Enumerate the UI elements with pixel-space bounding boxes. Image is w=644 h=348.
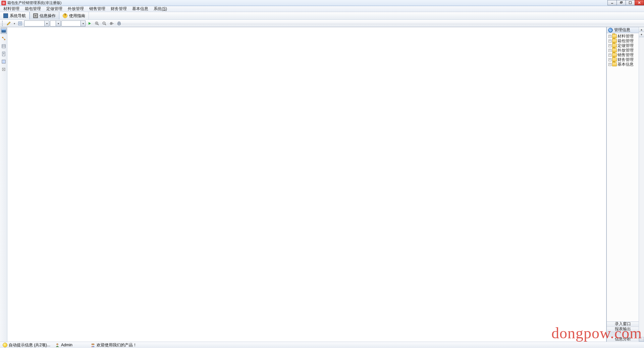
left-tab-window[interactable] bbox=[1, 28, 7, 34]
folder-icon bbox=[612, 48, 617, 52]
tool-system-nav[interactable]: 系统导航 bbox=[0, 12, 30, 19]
chevron-down-icon: ▾ bbox=[80, 21, 85, 26]
window-title: 箱包生产经销管理系统(非注册版) bbox=[7, 0, 61, 5]
tool-system-nav-label: 系统导航 bbox=[10, 13, 26, 19]
expand-icon[interactable]: + bbox=[608, 54, 611, 57]
right-panel-header[interactable]: 管理信息 bbox=[607, 27, 639, 33]
tool-help-guide[interactable]: 使用指南 bbox=[59, 12, 89, 19]
back-icon bbox=[608, 28, 613, 32]
expand-icon[interactable]: + bbox=[608, 49, 611, 52]
menu-finance[interactable]: 财务管理 bbox=[108, 6, 129, 12]
tool-info-ops[interactable]: 信息操作 bbox=[30, 12, 59, 19]
grid-icon bbox=[33, 13, 38, 18]
svg-point-40 bbox=[93, 344, 94, 345]
menu-luggage[interactable]: 箱包管理 bbox=[22, 6, 44, 12]
print-icon[interactable] bbox=[116, 21, 122, 26]
menu-system-close: ) bbox=[166, 6, 167, 11]
workspace bbox=[7, 27, 606, 342]
status-auto-tips[interactable]: 自动提示信息 (共2项)... bbox=[1, 342, 52, 348]
menu-bar: 材料管理 箱包管理 定做管理 外放管理 销售管理 财务管理 基本信息 系统(S) bbox=[0, 6, 644, 12]
svg-point-38 bbox=[57, 344, 58, 345]
folder-icon bbox=[612, 44, 617, 48]
svg-rect-19 bbox=[118, 24, 120, 25]
lightbulb-icon bbox=[3, 343, 7, 347]
expand-icon[interactable]: + bbox=[608, 63, 611, 66]
chevron-down-icon: ▾ bbox=[44, 21, 49, 26]
right-panel: 管理信息 +材料管理 +箱包管理 +定做管理 +外放管理 +销售管理 +财务管理… bbox=[606, 27, 639, 342]
tool-info-ops-label: 信息操作 bbox=[40, 13, 56, 19]
left-tab-list[interactable] bbox=[1, 43, 7, 49]
management-tree: +材料管理 +箱包管理 +定做管理 +外放管理 +销售管理 +财务管理 +基本信… bbox=[607, 33, 639, 322]
main-area: 管理信息 +材料管理 +箱包管理 +定做管理 +外放管理 +销售管理 +财务管理… bbox=[0, 27, 644, 342]
expand-icon[interactable]: + bbox=[608, 44, 611, 47]
menu-system-key: S bbox=[163, 6, 166, 11]
scroll-down-icon[interactable]: ▼ bbox=[639, 32, 644, 37]
svg-point-39 bbox=[92, 344, 93, 345]
tool-help-guide-label: 使用指南 bbox=[69, 13, 85, 19]
folder-icon bbox=[612, 39, 617, 43]
toolbar-grip[interactable] bbox=[2, 21, 3, 26]
zoom-in-icon[interactable] bbox=[94, 21, 100, 26]
svg-rect-32 bbox=[2, 60, 5, 63]
close-button[interactable] bbox=[635, 0, 644, 5]
window-icon bbox=[3, 13, 8, 18]
maximize-button[interactable] bbox=[626, 0, 635, 5]
zoom-out-icon[interactable] bbox=[102, 21, 107, 26]
combo-operator[interactable]: ▾ bbox=[50, 20, 61, 26]
left-tab-doc[interactable] bbox=[1, 51, 7, 57]
scroll-up-icon[interactable]: ▲ bbox=[639, 27, 644, 32]
menu-custom[interactable]: 定做管理 bbox=[44, 6, 65, 12]
edit-icon[interactable] bbox=[6, 21, 11, 26]
stack-input-window[interactable]: 录入窗口 bbox=[607, 322, 639, 327]
svg-point-23 bbox=[4, 39, 5, 40]
svg-rect-6 bbox=[18, 22, 22, 25]
user-icon bbox=[55, 343, 60, 347]
left-tab-strip bbox=[0, 27, 7, 342]
svg-point-22 bbox=[2, 37, 3, 38]
stack-spacer bbox=[607, 332, 639, 337]
status-welcome: 欢迎使用我们的产品！ bbox=[89, 342, 138, 348]
left-tab-design[interactable] bbox=[1, 66, 7, 72]
minimize-button[interactable] bbox=[607, 0, 617, 5]
menu-system[interactable]: 系统(S) bbox=[151, 6, 170, 12]
left-tab-form[interactable] bbox=[1, 59, 7, 65]
left-tab-relation[interactable] bbox=[1, 36, 7, 42]
svg-rect-33 bbox=[3, 61, 5, 61]
menu-outsource[interactable]: 外放管理 bbox=[65, 6, 87, 12]
combo-category[interactable]: ▾ bbox=[24, 20, 49, 26]
folder-icon bbox=[612, 34, 617, 38]
status-user-label: Admin bbox=[61, 343, 72, 347]
svg-line-9 bbox=[98, 24, 99, 25]
expand-icon[interactable]: + bbox=[608, 40, 611, 43]
chevron-down-icon: ▾ bbox=[56, 21, 60, 26]
users-icon bbox=[91, 343, 95, 347]
svg-rect-3 bbox=[629, 2, 632, 4]
right-scrollbar[interactable]: ▲ ▼ bbox=[639, 27, 644, 342]
restore-button[interactable] bbox=[616, 0, 626, 5]
stack-info-analysis[interactable]: 信息分析 bbox=[607, 337, 639, 342]
folder-icon bbox=[612, 62, 617, 66]
status-user[interactable]: Admin bbox=[54, 343, 74, 347]
right-panel-wrap: 管理信息 +材料管理 +箱包管理 +定做管理 +外放管理 +销售管理 +财务管理… bbox=[606, 27, 644, 342]
expand-icon[interactable]: + bbox=[608, 58, 611, 61]
title-bar: D 箱包生产经销管理系统(非注册版) bbox=[0, 0, 644, 6]
svg-rect-21 bbox=[2, 29, 6, 30]
scroll-thumb[interactable] bbox=[639, 337, 644, 342]
edit-dropdown[interactable]: ▾ bbox=[13, 21, 16, 26]
menu-materials[interactable]: 材料管理 bbox=[1, 6, 22, 12]
menu-basic[interactable]: 基本信息 bbox=[129, 6, 151, 12]
svg-rect-18 bbox=[118, 22, 120, 23]
strike-icon[interactable]: S bbox=[109, 21, 114, 26]
menu-sales[interactable]: 销售管理 bbox=[87, 6, 108, 12]
expand-icon[interactable]: + bbox=[608, 35, 611, 38]
search-toolbar: ▾ ▾ ▾ ▾ S bbox=[0, 20, 644, 27]
tree-item-basic[interactable]: +基本信息 bbox=[607, 62, 638, 67]
svg-rect-28 bbox=[2, 52, 5, 56]
preview-icon[interactable] bbox=[17, 21, 23, 26]
combo-search[interactable]: ▾ bbox=[61, 20, 86, 26]
run-icon[interactable] bbox=[87, 21, 92, 26]
tree-label: 基本信息 bbox=[618, 62, 634, 67]
combo-operator-value bbox=[50, 21, 56, 26]
stack-report-output[interactable]: 报表输出 bbox=[607, 327, 639, 332]
svg-rect-34 bbox=[3, 62, 5, 63]
